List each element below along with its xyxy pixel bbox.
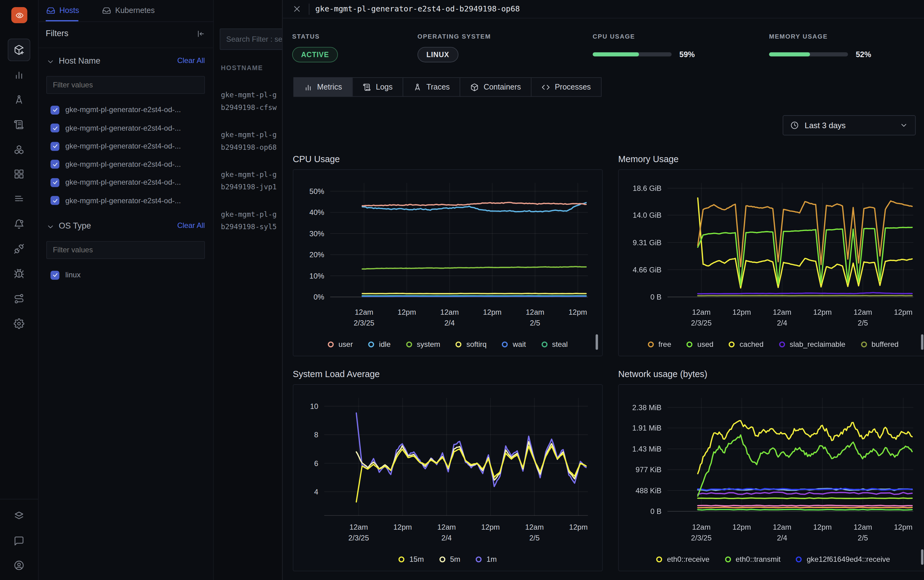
filter-option[interactable]: gke-mgmt-pl-generator-e2st4-od-...: [50, 140, 181, 152]
memory-chart[interactable]: 18.6 GiB14.0 GiB9.31 GiB4.66 GiB0 B12am2…: [618, 169, 924, 356]
checkbox-checked[interactable]: [50, 178, 59, 187]
rail-item-chat[interactable]: [8, 530, 30, 552]
svg-text:12pm: 12pm: [733, 308, 751, 316]
rail-item-list[interactable]: [8, 188, 30, 210]
legend-item-steal[interactable]: steal: [541, 340, 568, 349]
legend-item-wait[interactable]: wait: [502, 340, 526, 349]
chevron-down-icon[interactable]: [46, 58, 55, 66]
legend-item-slab_reclaimable[interactable]: slab_reclaimable: [779, 340, 845, 349]
legend-item-cached[interactable]: cached: [729, 340, 763, 349]
svg-text:2.38 MiB: 2.38 MiB: [632, 403, 662, 412]
filter-option-label: gke-mgmt-pl-generator-e2st4-od-...: [66, 196, 181, 205]
legend-ring: [861, 341, 866, 348]
legend-scrollbar-thumb[interactable]: [921, 334, 923, 350]
legend-item-eth0::receive[interactable]: eth0::receive: [656, 555, 709, 564]
clear-all-link[interactable]: Clear All: [177, 221, 205, 230]
signoz-logo[interactable]: [12, 7, 28, 23]
app-root: HostsKubernetes Filters Host NameClear A…: [0, 0, 924, 580]
route-icon: [13, 293, 25, 304]
filter-option[interactable]: gke-mgmt-pl-generator-e2st4-od-...: [50, 104, 181, 116]
tab-hosts[interactable]: Hosts: [46, 0, 79, 21]
rail-item-gear[interactable]: [8, 312, 30, 335]
legend-item-free[interactable]: free: [647, 340, 671, 349]
list-icon: [13, 194, 25, 204]
legend-label: free: [659, 340, 671, 349]
os-badge: LINUX: [418, 47, 458, 63]
load-chart[interactable]: 1086412am2/3/2512pm12am2/412pm12am2/512p…: [293, 384, 603, 571]
network-chart[interactable]: 2.38 MiB1.91 MiB1.43 MiB977 KiB488 KiB0 …: [618, 384, 924, 571]
clear-all-link[interactable]: Clear All: [177, 56, 205, 65]
legend-item-idle[interactable]: idle: [369, 340, 391, 349]
legend-item-15m[interactable]: 15m: [399, 555, 424, 564]
cpu-chart[interactable]: 50%40%30%20%10%0%12am2/3/2512pm12am2/412…: [293, 169, 603, 356]
time-range-select[interactable]: Last 3 days: [782, 115, 916, 135]
legend-item-gke12f61649ed4::receive[interactable]: gke12f61649ed4::receive: [796, 555, 890, 564]
tab-kubernetes[interactable]: Kubernetes: [102, 0, 155, 21]
filter-option-label: gke-mgmt-pl-generator-e2st4-od-...: [66, 160, 181, 168]
filter-option[interactable]: gke-mgmt-pl-generator-e2st4-od-...: [50, 158, 181, 170]
series-unnamed: [698, 492, 912, 494]
rail-item-grid[interactable]: [8, 163, 30, 185]
rail-item-plug[interactable]: [8, 237, 30, 260]
filter-values-input[interactable]: [46, 76, 205, 94]
legend-scrollbar-thumb[interactable]: [596, 334, 598, 350]
svg-text:12pm: 12pm: [568, 308, 587, 316]
legend-item-eth0::transmit[interactable]: eth0::transmit: [725, 555, 781, 564]
svg-text:50%: 50%: [310, 187, 324, 196]
checkbox-checked[interactable]: [50, 160, 59, 169]
rail-item-user[interactable]: [8, 554, 30, 577]
legend-item-used[interactable]: used: [687, 340, 714, 349]
checkbox-checked[interactable]: [50, 124, 59, 132]
host-row[interactable]: gke-mgmt-pl-gb2949198-syl5: [221, 208, 277, 234]
host-row[interactable]: gke-mgmt-pl-gb2949198-op68: [221, 129, 277, 154]
rail-item-cubes[interactable]: [8, 138, 30, 161]
rail-item-package-plus[interactable]: [8, 39, 30, 61]
legend-item-1m[interactable]: 1m: [476, 555, 497, 564]
rail-item-layers[interactable]: [8, 505, 30, 527]
collapse-left-icon[interactable]: [196, 30, 205, 38]
legend-scrollbar-thumb[interactable]: [921, 549, 923, 565]
chevron-down-icon[interactable]: [46, 222, 55, 231]
search-filter-input[interactable]: [219, 28, 282, 50]
filter-values-input[interactable]: [46, 241, 205, 259]
svg-text:2/5: 2/5: [530, 319, 540, 327]
legend-label: idle: [379, 340, 390, 349]
svg-text:1.91 MiB: 1.91 MiB: [632, 424, 662, 432]
checkbox-checked[interactable]: [50, 270, 59, 280]
legend-ring: [328, 341, 334, 348]
checkbox-checked[interactable]: [50, 142, 59, 151]
host-row[interactable]: gke-mgmt-pl-gb2949198-jvp1: [221, 169, 277, 194]
rail-item-route[interactable]: [8, 288, 30, 310]
filter-option[interactable]: linux: [50, 269, 81, 281]
rail-item-scroll[interactable]: [8, 113, 30, 136]
tab-logs[interactable]: Logs: [352, 77, 404, 97]
rail-item-bug[interactable]: [8, 262, 30, 285]
legend-item-buffered[interactable]: buffered: [861, 340, 898, 349]
legend-ring: [502, 341, 508, 348]
legend-item-user[interactable]: user: [328, 340, 352, 349]
checkbox-checked[interactable]: [50, 105, 59, 114]
tab-metrics[interactable]: Metrics: [293, 77, 352, 97]
rail-item-bar-chart[interactable]: [8, 64, 30, 86]
tab-containers[interactable]: Containers: [460, 77, 532, 97]
legend-item-system[interactable]: system: [406, 340, 440, 349]
rail-item-bell[interactable]: [8, 213, 30, 235]
rail-item-compass[interactable]: [8, 89, 30, 111]
legend-item-5m[interactable]: 5m: [440, 555, 460, 564]
checkbox-checked[interactable]: [50, 196, 59, 205]
filters-title: Filters: [46, 28, 68, 38]
host-row[interactable]: gke-mgmt-pl-gb2949198-cfsw: [221, 89, 277, 114]
tab-traces[interactable]: Traces: [403, 77, 460, 97]
chat-icon: [13, 536, 25, 546]
legend-ring: [476, 557, 482, 562]
legend-label: user: [338, 340, 353, 349]
tab-processes[interactable]: Processes: [531, 77, 601, 97]
chevron-down-icon: [899, 121, 908, 129]
legend-item-softirq[interactable]: softirq: [456, 340, 487, 349]
filter-option[interactable]: gke-mgmt-pl-generator-e2st4-od-...: [50, 122, 181, 134]
svg-text:40%: 40%: [310, 208, 324, 216]
filter-option[interactable]: gke-mgmt-pl-generator-e2st4-od-...: [50, 194, 181, 206]
filter-option[interactable]: gke-mgmt-pl-generator-e2st4-od-...: [50, 176, 181, 188]
code-icon: [542, 83, 550, 91]
close-icon[interactable]: [293, 5, 301, 13]
